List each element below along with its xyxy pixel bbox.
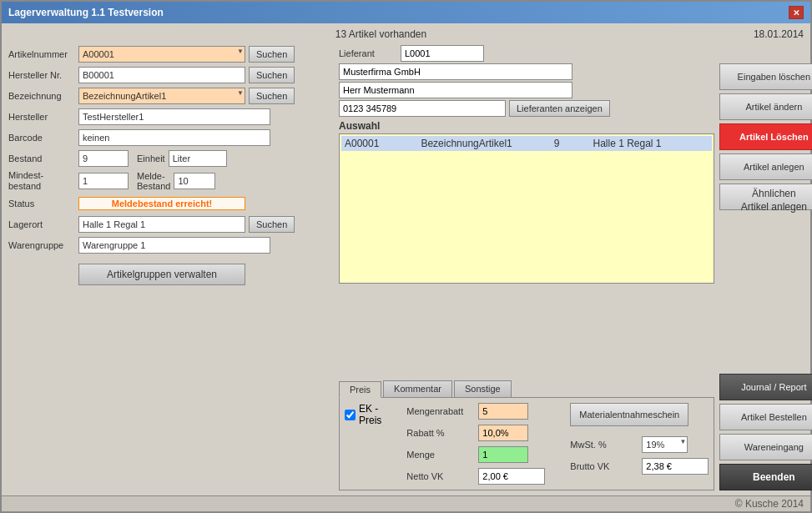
tab-kommentar[interactable]: Kommentar <box>383 380 452 397</box>
firma-row <box>339 63 714 80</box>
artikel-bestellen-button[interactable]: Artikel Bestellen <box>719 404 812 430</box>
artikelgruppen-button[interactable]: Artikelgruppen verwalten <box>78 264 245 285</box>
auswahl-row[interactable]: A00001 BezeichnungArtikel1 9 Halle 1 Reg… <box>341 136 712 151</box>
auswahl-menge: 9 <box>554 138 560 149</box>
auswahl-id: A00001 <box>345 138 379 149</box>
menge-input[interactable] <box>478 446 528 463</box>
lieferant-label: Lieferant <box>339 48 397 58</box>
right-panel: Eingaben löschen Artikel ändern Artikel … <box>719 45 812 490</box>
date-label: 18.01.2014 <box>754 28 804 40</box>
brutto-input[interactable] <box>642 458 709 475</box>
artikelnummer-search-button[interactable]: Suchen <box>249 46 295 63</box>
mengenrabatt-input[interactable] <box>478 403 528 420</box>
bezeichnung-combo-wrapper[interactable]: BezeichnungArtikel1 <box>78 88 245 104</box>
menge-row: Menge <box>406 446 545 463</box>
window-title: Lagerverwaltung 1.1 Testversion <box>8 7 164 18</box>
supplier-section: Lieferant Lieferanten anzeigen <box>339 45 714 117</box>
lagerort-input[interactable] <box>78 216 245 233</box>
bestand-row: Bestand Einheit <box>8 149 334 168</box>
rabatt-input[interactable] <box>478 425 528 441</box>
materialschein-row: Materialentnahmeschein <box>570 403 709 426</box>
article-count: 13 Artikel vorhanden <box>335 28 426 40</box>
brutto-row: Brutto VK <box>570 458 709 475</box>
artikelnummer-select[interactable]: A00001 <box>78 46 245 63</box>
hersteller-nr-input[interactable] <box>78 67 245 83</box>
header-row: 13 Artikel vorhanden 18.01.2014 <box>8 28 804 40</box>
hersteller-nr-search-button[interactable]: Suchen <box>249 67 295 83</box>
lagerort-search-button[interactable]: Suchen <box>249 216 295 233</box>
telefon-input[interactable] <box>339 100 506 117</box>
tab-sonstige[interactable]: Sonstige <box>454 380 512 397</box>
mindest-input[interactable] <box>78 173 129 189</box>
beenden-button[interactable]: Beenden <box>719 464 812 490</box>
mwst-select[interactable]: 19% 7% 0% <box>642 436 688 453</box>
rabatt-row: Rabatt % <box>406 425 545 441</box>
hersteller-label: Hersteller <box>8 112 75 122</box>
mwst-row: MwSt. % 19% 7% 0% <box>570 436 709 453</box>
mwst-combo-wrapper[interactable]: 19% 7% 0% <box>642 436 688 453</box>
aehnlichen-artikel-button[interactable]: Ähnlichen Artikel anlegen <box>719 184 812 210</box>
status-alert: Meldebestand erreicht! <box>78 197 245 210</box>
bestand-input[interactable] <box>78 150 129 167</box>
status-row: Status Meldebestand erreicht! <box>8 194 334 213</box>
main-content: 13 Artikel vorhanden 18.01.2014 Artikeln… <box>2 23 810 495</box>
warengruppe-label: Warengruppe <box>8 240 75 250</box>
artikel-loeschen-button[interactable]: Artikel Löschen <box>719 123 812 150</box>
bezeichnung-select[interactable]: BezeichnungArtikel1 <box>78 88 245 104</box>
content-area: Artikelnummer A00001 Suchen Hersteller N… <box>8 45 804 490</box>
einheit-label: Einheit <box>137 153 165 163</box>
telefon-row: Lieferanten anzeigen <box>339 100 714 117</box>
lieferant-row: Lieferant <box>339 45 714 62</box>
right-spacer-top <box>719 45 812 60</box>
hersteller-nr-label: Hersteller Nr. <box>8 70 75 80</box>
materialschein-button[interactable]: Materialentnahmeschein <box>570 403 688 426</box>
mindest-label: Mindest-bestand <box>8 170 75 192</box>
tab-preis[interactable]: Preis <box>339 381 381 398</box>
ansprechpartner-input[interactable] <box>339 82 572 98</box>
ansprechpartner-row <box>339 82 714 98</box>
left-panel: Artikelnummer A00001 Suchen Hersteller N… <box>8 45 334 490</box>
journal-report-button[interactable]: Journal / Report <box>719 374 812 400</box>
lieferanten-anzeigen-button[interactable]: Lieferanten anzeigen <box>509 100 610 117</box>
hersteller-input[interactable] <box>78 108 270 125</box>
bezeichnung-search-button[interactable]: Suchen <box>249 88 295 104</box>
main-window: Lagerverwaltung 1.1 Testversion ✕ 13 Art… <box>0 0 812 513</box>
status-label: Status <box>8 199 75 209</box>
tab-middle: Mengenrabatt Rabatt % Menge <box>406 403 545 485</box>
rabatt-label: Rabatt % <box>406 428 473 438</box>
mengenrabatt-row: Mengenrabatt <box>406 403 545 420</box>
firma-input[interactable] <box>339 63 572 80</box>
artikel-aendern-button[interactable]: Artikel ändern <box>719 93 812 120</box>
eingaben-loeschen-button[interactable]: Eingaben löschen <box>719 63 812 90</box>
netto-input[interactable] <box>478 468 545 485</box>
auswahl-bezeichnung: BezeichnungArtikel1 <box>421 138 512 149</box>
close-button[interactable]: ✕ <box>789 6 804 19</box>
melde-label: Melde-Bestand <box>137 171 170 191</box>
manage-btn-row: Artikelgruppen verwalten <box>8 260 334 285</box>
artikel-anlegen-button[interactable]: Artikel anlegen <box>719 153 812 180</box>
hersteller-nr-row: Hersteller Nr. Suchen <box>8 66 334 84</box>
netto-label: Netto VK <box>406 471 473 481</box>
einheit-input[interactable] <box>169 150 227 167</box>
aehnlichen-label2: Artikel anlegen <box>741 201 807 213</box>
barcode-input[interactable] <box>78 129 270 146</box>
wareneingang-button[interactable]: Wareneingang <box>719 434 812 460</box>
warengruppe-input[interactable] <box>78 237 270 254</box>
netto-row: Netto VK <box>406 468 545 485</box>
auswahl-table: A00001 BezeichnungArtikel1 9 Halle 1 Reg… <box>339 133 714 284</box>
artikelnummer-row: Artikelnummer A00001 Suchen <box>8 45 334 63</box>
auswahl-ort: Halle 1 Regal 1 <box>593 138 661 149</box>
middle-panel: Lieferant Lieferanten anzeigen <box>339 45 714 490</box>
lieferant-input[interactable] <box>401 45 484 62</box>
tab-content-preis: EK - Preis Mengenrabatt Rabatt % <box>339 398 714 490</box>
copyright: © Kusche 2014 <box>735 498 804 510</box>
melde-input[interactable] <box>174 173 215 189</box>
warengruppe-row: Warengruppe <box>8 236 334 254</box>
tab-right: Materialentnahmeschein MwSt. % 19% 7% 0% <box>570 403 709 475</box>
artikelnummer-combo-wrapper[interactable]: A00001 <box>78 46 245 63</box>
ek-preis-checkbox[interactable] <box>345 410 356 420</box>
barcode-row: Barcode <box>8 128 334 147</box>
bestand-label: Bestand <box>8 153 75 163</box>
auswahl-label: Auswahl <box>339 120 714 132</box>
auswahl-section: Auswahl A00001 BezeichnungArtikel1 9 Hal… <box>339 120 714 374</box>
